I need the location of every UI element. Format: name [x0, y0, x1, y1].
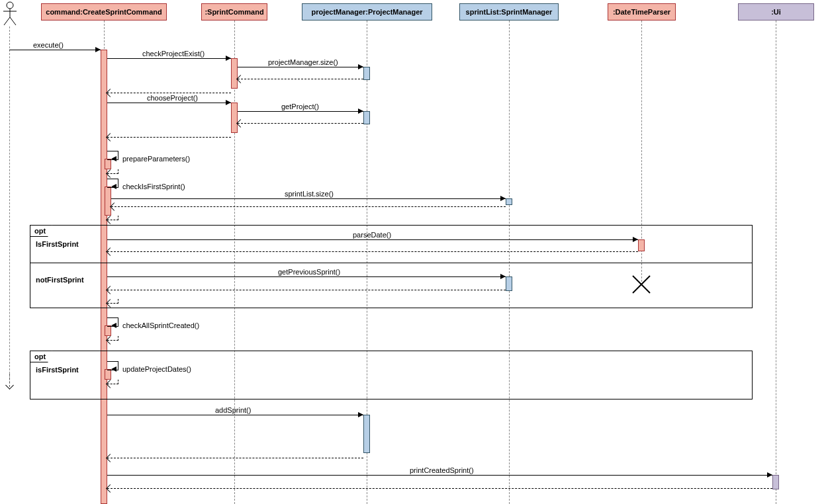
- msg-label-parsedate: parseDate(): [353, 231, 391, 239]
- arrow-icon: [236, 75, 245, 83]
- msg-label-prepareparams: prepareParameters(): [122, 155, 190, 163]
- arrow-icon: [358, 64, 363, 69]
- participant-datetime-parser: :DateTimeParser: [608, 3, 676, 21]
- frame-tag: opt: [30, 225, 52, 237]
- frame-guard1: IsFirstSprint: [36, 240, 79, 248]
- participant-sprint-command: :SprintCommand: [201, 3, 267, 21]
- actor-icon: [3, 1, 17, 26]
- activation-updateprojectdates: [105, 369, 111, 380]
- participant-label: projectManager:ProjectManager: [311, 8, 422, 16]
- arrow-icon: [95, 47, 101, 52]
- msg-label-getprev: getPreviousSprint(): [278, 268, 340, 276]
- activation-addsprint: [363, 415, 370, 453]
- msg-sprintsize: [111, 198, 506, 199]
- frame-tag: opt: [30, 351, 52, 362]
- arrow-icon: [500, 274, 506, 279]
- arrow-icon: [767, 472, 772, 478]
- activation-checkfirst: [105, 187, 111, 216]
- arrow-icon: [110, 202, 118, 211]
- msg-parsedate: [107, 239, 638, 240]
- return-getproject: [238, 123, 363, 124]
- msg-pmsize: [238, 67, 363, 67]
- msg-label-checkallcreated: checkAllSprintCreated(): [122, 321, 199, 329]
- frame-guard2: notFirstSprint: [36, 276, 84, 284]
- arrow-icon: [358, 412, 363, 417]
- sequence-diagram: command:CreateSprintCommand :SprintComma…: [0, 0, 828, 504]
- msg-getprev: [107, 276, 506, 277]
- msg-execute: [9, 50, 101, 50]
- actor-lifeline: [9, 26, 10, 387]
- frame-guard: isFirstSprint: [36, 366, 79, 374]
- participant-create-sprint-command: command:CreateSprintCommand: [41, 3, 167, 21]
- arrow-icon: [236, 119, 245, 128]
- activation-prepareparams: [105, 159, 111, 169]
- participant-ui: :Ui: [738, 3, 814, 21]
- svg-line-3: [4, 17, 10, 25]
- arrow-icon: [111, 184, 116, 189]
- frame-opt-isfirstsprint2: opt isFirstSprint: [30, 351, 753, 399]
- participant-sprint-list: sprintList:SprintManager: [459, 3, 559, 21]
- activation-chooseproject: [231, 103, 238, 133]
- arrow-icon: [111, 323, 116, 328]
- msg-getproject: [238, 111, 363, 112]
- participant-label: :Ui: [771, 8, 781, 16]
- activation-getprev: [506, 276, 512, 291]
- return-parsedate: [107, 251, 638, 253]
- arrow-icon: [358, 108, 363, 114]
- msg-label-updateprojectdates: updateProjectDates(): [122, 365, 191, 373]
- msg-label-pmsize: projectManager.size(): [268, 58, 338, 66]
- activation-checkprojectexist: [231, 58, 238, 89]
- svg-line-4: [10, 17, 16, 25]
- msg-label-addsprint: addSprint(): [215, 406, 251, 414]
- arrow-icon: [5, 381, 14, 390]
- svg-point-0: [7, 2, 13, 9]
- activation-sprintsize: [506, 198, 512, 205]
- arrow-icon: [226, 100, 231, 105]
- arrow-icon: [226, 56, 231, 61]
- lifeline-p6: [776, 21, 776, 504]
- participant-label: sprintList:SprintManager: [466, 8, 553, 16]
- msg-addsprint: [107, 415, 363, 415]
- participant-label: command:CreateSprintCommand: [46, 8, 161, 16]
- msg-checkprojectexist: [107, 58, 231, 59]
- return-addsprint: [107, 458, 363, 459]
- msg-label-getproject: getProject(): [281, 103, 319, 110]
- return-pmsize: [238, 79, 363, 80]
- activation-checkallcreated: [105, 325, 111, 336]
- arrow-icon: [106, 454, 115, 462]
- return-chooseproject: [107, 137, 231, 138]
- arrow-icon: [111, 156, 116, 161]
- participant-project-manager: projectManager:ProjectManager: [302, 3, 432, 21]
- msg-chooseproject: [107, 103, 231, 103]
- arrow-icon: [500, 196, 506, 201]
- msg-label-checkfirst: checkIsFirstSprint(): [122, 183, 185, 190]
- participant-label: :SprintCommand: [205, 8, 263, 16]
- msg-label-checkprojectexist: checkProjectExist(): [142, 50, 205, 58]
- activation-pmsize: [363, 67, 370, 80]
- return-sprintsize: [111, 206, 506, 208]
- destroy-icon: [631, 274, 651, 294]
- msg-label-printcreatedsprint: printCreatedSprint(): [410, 466, 474, 474]
- msg-label-execute: execute(): [33, 41, 64, 49]
- msg-printcreatedsprint: [107, 475, 772, 476]
- msg-label-sprintsize: sprintList.size(): [285, 190, 334, 198]
- arrow-icon: [106, 484, 115, 493]
- msg-label-chooseproject: chooseProject(): [147, 94, 198, 102]
- arrow-icon: [111, 366, 116, 372]
- activation-getproject: [363, 111, 370, 124]
- arrow-icon: [106, 89, 115, 97]
- activation-printcreatedsprint: [772, 475, 779, 489]
- return-getprev: [107, 290, 506, 291]
- arrow-icon: [633, 237, 638, 242]
- return-printcreatedsprint: [107, 488, 772, 489]
- participant-label: :DateTimeParser: [613, 8, 670, 16]
- frame-divider: [30, 263, 752, 263]
- activation-parsedate: [638, 239, 645, 251]
- arrow-icon: [106, 133, 115, 142]
